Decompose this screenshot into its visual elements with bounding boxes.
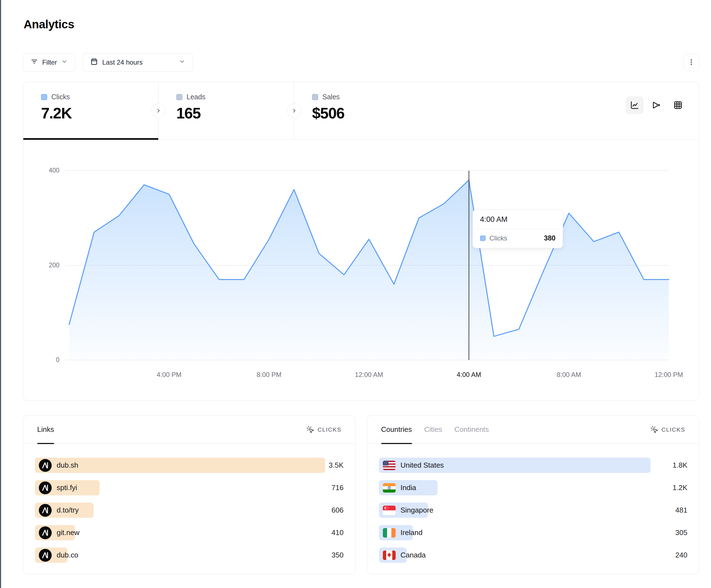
- row-value: 3.5K: [329, 458, 344, 473]
- metric-label: CLICKS: [662, 426, 685, 433]
- dub-logo-icon: [39, 459, 52, 472]
- country-row[interactable]: United States1.8K: [379, 458, 688, 473]
- ie-flag-icon: [383, 528, 395, 538]
- clicks-chart-area[interactable]: 0200400 4:00 PM8:00 PM12:00 AM4:00 AM8:0…: [23, 139, 699, 400]
- tab-cities[interactable]: Cities: [424, 415, 442, 444]
- tab-sales[interactable]: Sales $506: [294, 82, 430, 139]
- calendar-icon: [90, 58, 98, 67]
- x-tick-label: 12:00 AM: [355, 371, 383, 379]
- x-tick-label: 12:00 PM: [655, 371, 683, 379]
- row-value: 240: [675, 547, 687, 563]
- date-range-label: Last 24 hours: [102, 59, 143, 66]
- row-value: 410: [331, 525, 343, 540]
- in-flag-icon: [383, 483, 395, 493]
- link-row[interactable]: d.to/try606: [35, 502, 344, 518]
- country-row[interactable]: Canada240: [379, 547, 688, 563]
- clicks-area-fill: [69, 180, 669, 360]
- kebab-menu-icon: [688, 59, 695, 67]
- cursor-click-icon: [650, 426, 659, 434]
- chevron-down-icon: [179, 58, 186, 67]
- expand-clicks-button[interactable]: [151, 104, 166, 118]
- clicks-area-chart[interactable]: [69, 171, 669, 360]
- dub-logo-icon: [39, 526, 52, 539]
- stats-tabs-row: Clicks 7.2K Leads 165 Sales $506: [23, 82, 699, 139]
- link-row[interactable]: spti.fyi716: [35, 480, 344, 495]
- us-flag-icon: [383, 461, 395, 470]
- row-label: dub.co: [57, 551, 78, 560]
- country-row[interactable]: India1.2K: [379, 480, 688, 495]
- analytics-chart-card: Clicks 7.2K Leads 165 Sales $506: [23, 82, 699, 401]
- row-label: India: [401, 483, 416, 492]
- date-range-button[interactable]: Last 24 hours: [83, 53, 193, 72]
- clicks-series-indicator: [41, 94, 47, 100]
- link-row[interactable]: dub.co350: [35, 547, 344, 563]
- y-tick-label: 200: [34, 262, 59, 269]
- tooltip-time: 4:00 AM: [473, 210, 563, 229]
- line-chart-icon: [630, 100, 639, 110]
- chart-view-toggles: [626, 96, 687, 114]
- row-value: 481: [675, 502, 687, 518]
- countries-metric[interactable]: CLICKS: [650, 426, 685, 434]
- chart-tooltip: 4:00 AM Clicks 380: [473, 209, 563, 248]
- tab-links[interactable]: Links: [37, 415, 54, 444]
- expand-leads-button[interactable]: [287, 104, 302, 118]
- filter-label: Filter: [42, 59, 57, 66]
- page-edge-accent: [0, 0, 1, 588]
- leads-value: 165: [176, 104, 294, 122]
- tab-continents[interactable]: Continents: [454, 415, 489, 444]
- row-label: spti.fyi: [57, 483, 77, 492]
- analytics-page: Analytics Filter Last 24 hours: [23, 0, 699, 574]
- sg-flag-icon: [383, 506, 395, 515]
- sales-value: $506: [312, 104, 430, 122]
- filter-button[interactable]: Filter: [23, 53, 75, 72]
- x-tick-label: 8:00 PM: [257, 371, 281, 379]
- y-tick-label: 0: [34, 356, 59, 364]
- funnel-chart-view-button[interactable]: [647, 96, 665, 114]
- row-value: 1.8K: [673, 458, 688, 473]
- line-chart-view-button[interactable]: [626, 96, 644, 114]
- chevron-right-icon: [291, 108, 297, 114]
- countries-panel: CountriesCitiesContinents CLICKS United …: [367, 415, 699, 574]
- dub-logo-icon: [39, 481, 52, 494]
- more-options-button[interactable]: [683, 54, 699, 71]
- page-title: Analytics: [24, 18, 699, 31]
- row-label: d.to/try: [57, 506, 79, 515]
- sales-series-indicator: [312, 94, 318, 100]
- table-view-button[interactable]: [669, 96, 687, 114]
- row-value: 350: [331, 547, 343, 563]
- link-row[interactable]: git.new410: [35, 525, 344, 540]
- x-tick-label: 4:00 PM: [156, 371, 181, 379]
- x-tick-label: 8:00 AM: [557, 371, 581, 379]
- funnel-chart-icon: [652, 100, 661, 110]
- tab-countries[interactable]: Countries: [381, 415, 412, 444]
- countries-tabs: CountriesCitiesContinents: [381, 415, 489, 444]
- y-tick-label: 400: [34, 167, 59, 174]
- x-tick-label: 4:00 AM: [457, 371, 481, 379]
- stat-label: Leads: [187, 93, 206, 101]
- dub-logo-icon: [39, 504, 52, 517]
- grid-table-icon: [673, 100, 683, 110]
- toolbar: Filter Last 24 hours: [23, 53, 699, 72]
- tab-leads[interactable]: Leads 165: [158, 82, 294, 139]
- dub-logo-icon: [39, 549, 52, 562]
- clicks-series-indicator: [480, 235, 486, 241]
- country-row[interactable]: Singapore481: [379, 502, 688, 518]
- row-label: United States: [401, 461, 444, 470]
- stat-label: Sales: [322, 93, 340, 101]
- clicks-value: 7.2K: [41, 104, 158, 122]
- row-label: Ireland: [401, 528, 423, 537]
- leads-series-indicator: [176, 94, 182, 100]
- row-label: dub.sh: [57, 461, 78, 470]
- row-value: 305: [675, 525, 687, 540]
- countries-list: United States1.8KIndia1.2KSingapore481Ir…: [367, 444, 699, 563]
- links-panel: Links CLICKS dub.sh3.5Kspti.fyi716d.to/t…: [23, 415, 356, 574]
- row-value: 716: [331, 480, 343, 495]
- ca-flag-icon: [383, 550, 395, 560]
- links-metric[interactable]: CLICKS: [306, 426, 341, 434]
- country-row[interactable]: Ireland305: [379, 525, 688, 540]
- filter-icon: [30, 58, 38, 67]
- links-list: dub.sh3.5Kspti.fyi716d.to/try606git.new4…: [23, 444, 356, 563]
- link-row[interactable]: dub.sh3.5K: [35, 458, 344, 473]
- chevron-down-icon: [61, 58, 68, 67]
- tab-clicks[interactable]: Clicks 7.2K: [23, 82, 158, 139]
